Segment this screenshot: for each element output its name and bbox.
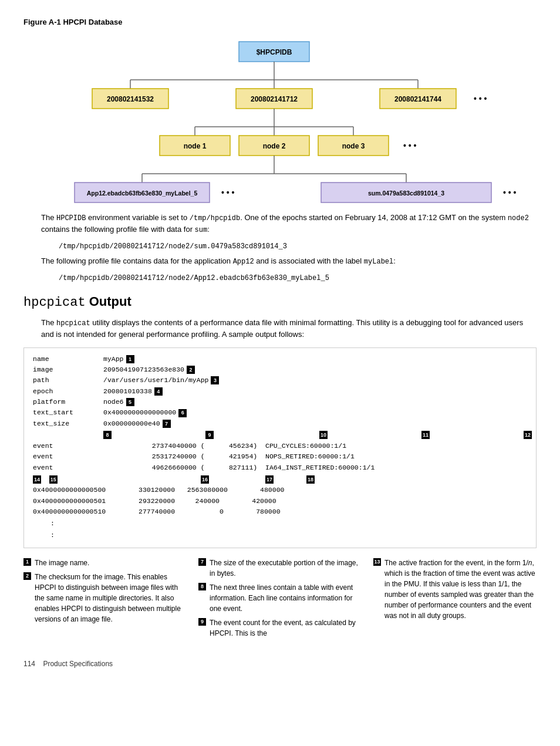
badge-12-header: 12 <box>524 430 532 441</box>
hpcpi-diagram: $HPCPIDB 200802141532 200802141712 20080… <box>39 36 521 206</box>
hpcpicat-code: hpcpicat <box>56 319 90 328</box>
badge-10-header: 10 <box>319 430 328 441</box>
event-value-1: 27374040000 ( 456234) CPU_CYCLES:60000:1… <box>103 441 346 451</box>
output-value-text-start: 0x4000000000000000 6 <box>103 407 187 418</box>
badge-16: 16 <box>201 474 209 485</box>
output-label-platform: platform <box>33 397 97 407</box>
addr-row-1: 0x4000000000000500 330120000 2563080000 … <box>33 485 527 495</box>
ann-item-1: 1 The image name. <box>23 558 187 568</box>
badge-4: 4 <box>154 387 163 396</box>
badge-15: 15 <box>49 475 58 484</box>
badge-6: 6 <box>178 409 187 417</box>
output-value-text-size: 0x000000000e40 7 <box>103 418 171 429</box>
ann-num-2: 2 <box>23 572 31 580</box>
ann-text-2: The checksum for the image. This enables… <box>35 572 187 625</box>
svg-text:• • •: • • • <box>221 188 235 197</box>
addr-header-spacer: 14 15 <box>33 474 133 485</box>
page-number: 114 <box>23 660 35 668</box>
sample-output: name myApp 1 image 2095041907123563e830 … <box>23 347 537 548</box>
path1-code: /tmp/hpcpidb/200802141712/node2/sum.0479… <box>59 242 537 251</box>
addr-vals-3: 277740000 0 780000 <box>139 507 281 517</box>
event-header: 8 9 10 11 12 13 <box>33 430 527 441</box>
addr-col1-header <box>137 474 196 485</box>
ann-item-9: 9 The event count for the event, as calc… <box>198 617 362 639</box>
output-row-text-start: text_start 0x4000000000000000 6 <box>33 407 527 418</box>
heading-mono: hpcpicat <box>23 295 86 310</box>
event-header-label <box>33 430 97 441</box>
event-label-1: event <box>33 441 97 451</box>
addr-vals-1: 330120000 2563080000 480000 <box>139 485 284 495</box>
event-row-1: event 27374040000 ( 456234) CPU_CYCLES:6… <box>33 441 527 451</box>
event-label-2: event <box>33 451 97 462</box>
event-value-3: 49626660000 ( 827111) IA64_INST_RETIRED:… <box>103 463 375 473</box>
output-label-epoch: epoch <box>33 386 97 397</box>
addr-1: 0x4000000000000500 <box>33 485 133 495</box>
addr-col2-header <box>214 474 261 485</box>
section-intro: The hpcpicat utility displays the conten… <box>41 317 537 340</box>
path-code: /tmp/hpcpidb <box>190 214 240 222</box>
output-label-image: image <box>33 364 97 375</box>
figure-title: Figure A-1 HPCPI Database <box>23 18 537 26</box>
ann-item-13: 13 The active fraction for the event, in… <box>373 558 537 621</box>
event-label-3: event <box>33 463 97 473</box>
ann-text-7: The size of the executable portion of th… <box>210 558 362 579</box>
output-row-image: image 2095041907123563e830 2 <box>33 364 527 375</box>
page-footer: 114 Product Specifications <box>23 660 537 668</box>
output-value-image: 2095041907123563e830 2 <box>103 364 195 375</box>
badge-17: 17 <box>265 474 274 485</box>
node2-code: node2 <box>508 214 529 222</box>
svg-text:node 1: node 1 <box>184 142 207 150</box>
badge-5: 5 <box>126 398 134 406</box>
svg-text:App12.ebadcb63fb63e830_myLabel: App12.ebadcb63fb63e830_myLabel_5 <box>87 190 198 197</box>
diagram-container: $HPCPIDB 200802141532 200802141712 20080… <box>23 36 537 206</box>
body-para2: The following profile file contains data… <box>41 255 537 267</box>
continuation-dots: :: <box>50 518 527 542</box>
hpcpidb-code: HPCPIDB <box>56 214 86 222</box>
badge-9-header: 9 <box>205 430 214 441</box>
event-row-3: event 49626660000 ( 827111) IA64_INST_RE… <box>33 463 527 473</box>
svg-text:200802141712: 200802141712 <box>251 95 298 103</box>
event-value-2: 25317240000 ( 421954) NOPS_RETIRED:60000… <box>103 451 355 462</box>
ann-item-2: 2 The checksum for the image. This enabl… <box>23 572 187 625</box>
addr-2: 0x4000000000000501 <box>33 496 133 507</box>
heading-rest: Output <box>86 294 131 309</box>
badge-2: 2 <box>187 366 195 374</box>
ann-text-1: The image name. <box>35 558 89 568</box>
ann-col-1: 1 The image name. 2 The checksum for the… <box>23 558 187 642</box>
ann-text-13: The active fraction for the event, in th… <box>384 558 537 621</box>
ann-col-2: 7 The size of the executable portion of … <box>198 558 362 642</box>
svg-text:• • •: • • • <box>474 94 487 103</box>
badge-14: 14 <box>33 475 41 484</box>
ann-num-8: 8 <box>198 583 206 590</box>
svg-text:200802141532: 200802141532 <box>107 95 154 103</box>
output-value-name: myApp 1 <box>103 354 134 364</box>
output-label-text-start: text_start <box>33 407 97 418</box>
svg-text:• • •: • • • <box>503 188 517 197</box>
output-row-path: path /var/users/user1/bin/myApp 3 <box>33 375 527 386</box>
ann-num-1: 1 <box>23 558 31 566</box>
badge-7: 7 <box>163 420 171 428</box>
ann-item-8: 8 The next three lines contain a table w… <box>198 582 362 614</box>
ann-num-9: 9 <box>198 618 206 626</box>
mylabel-code: myLabel <box>364 258 393 266</box>
addr-col3-header <box>278 474 302 485</box>
svg-text:200802141744: 200802141744 <box>394 95 441 103</box>
ann-num-13: 13 <box>373 558 381 566</box>
ann-text-9: The event count for the event, as calcul… <box>210 617 362 639</box>
badge-3: 3 <box>211 376 219 384</box>
section-heading: hpcpicat Output <box>23 294 537 310</box>
ann-item-7: 7 The size of the executable portion of … <box>198 558 362 579</box>
svg-text:node 2: node 2 <box>263 142 286 150</box>
output-label-name: name <box>33 354 97 364</box>
output-label-path: path <box>33 375 97 386</box>
output-value-platform: node6 5 <box>103 397 134 407</box>
addr-vals-2: 293220000 240000 420000 <box>139 496 276 507</box>
badge-8-header: 8 <box>103 430 112 441</box>
svg-text:sum.0479a583cd891014_3: sum.0479a583cd891014_3 <box>368 190 444 197</box>
output-row-platform: platform node6 5 <box>33 397 527 407</box>
ann-text-8: The next three lines contain a table wit… <box>210 582 362 614</box>
output-row-epoch: epoch 200801010338 4 <box>33 386 527 397</box>
badge-18: 18 <box>306 474 315 485</box>
addr-header: 14 15 16 17 18 <box>33 474 527 485</box>
addr-row-2: 0x4000000000000501 293220000 240000 4200… <box>33 496 527 507</box>
